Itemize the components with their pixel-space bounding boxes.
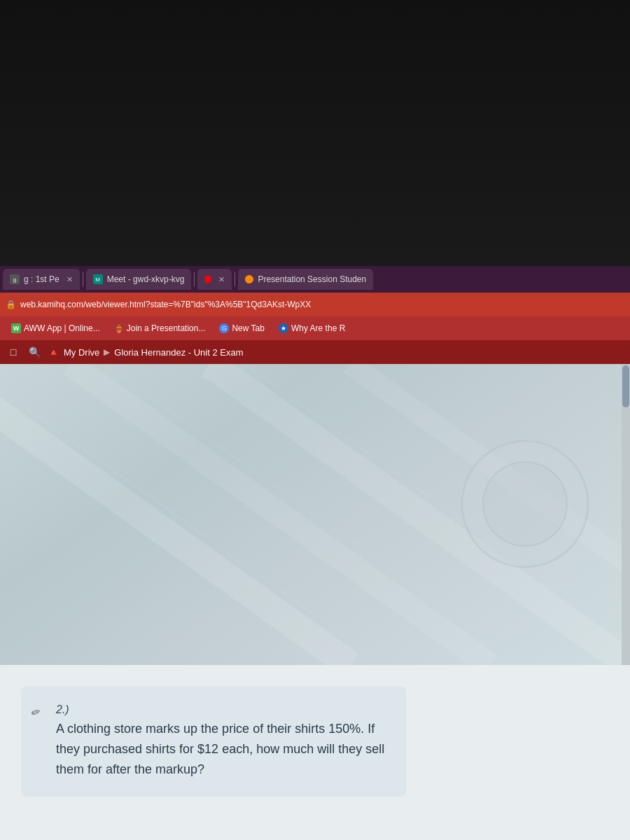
bookmark-aww[interactable]: W AWW App | Online... [6, 321, 106, 335]
address-bar: 🔒 web.kamihq.com/web/viewer.html?state=%… [0, 293, 630, 316]
main-scrollbar[interactable] [622, 364, 630, 665]
tab-separator-2 [194, 272, 195, 286]
question-card: ✏ 2.) A clothing store marks up the pric… [21, 686, 406, 797]
bookmark-join-label: Join a Presentation... [127, 323, 206, 333]
breadcrumb-arrow: ▶ [104, 347, 110, 357]
bookmark-why-label: Why Are the R [291, 323, 345, 333]
page-title: Gloria Hernandez - Unit 2 Exam [114, 347, 243, 358]
bookmark-newtab-icon: G [219, 323, 229, 333]
tab-presentation-icon [245, 275, 253, 284]
top-dark-area [0, 0, 630, 266]
tab-meet-icon: M [93, 274, 103, 284]
my-drive-label[interactable]: My Drive [64, 347, 99, 358]
tab-reddot-icon [204, 276, 211, 283]
square-icon[interactable]: □ [6, 344, 21, 360]
pencil-icon: ✏ [29, 704, 43, 720]
bookmark-newtab[interactable]: G New Tab [214, 321, 270, 335]
svg-point-8 [483, 462, 567, 546]
question-number: 2.) [56, 704, 385, 716]
question-text: A clothing store marks up the price of t… [56, 719, 385, 779]
breadcrumb: 🔺 My Drive ▶ Gloria Hernandez - Unit 2 E… [48, 346, 244, 358]
tab-1st-pe[interactable]: g g : 1st Pe ✕ [3, 269, 80, 290]
tab-1st-close[interactable]: ✕ [66, 275, 73, 284]
browser-chrome: g g : 1st Pe ✕ M Meet - gwd-xkvp-kvg ✕ P… [0, 266, 630, 364]
tab-separator-1 [83, 272, 83, 286]
bookmark-newtab-label: New Tab [232, 323, 264, 333]
tab-meet-label: Meet - gwd-xkvp-kvg [107, 274, 185, 284]
wood-texture [0, 364, 630, 665]
url-text[interactable]: web.kamihq.com/web/viewer.html?state=%7B… [20, 300, 624, 309]
main-content-area [0, 364, 630, 665]
bookmark-aww-icon: W [11, 323, 21, 333]
drive-icon: 🔺 [48, 346, 59, 358]
bookmark-why[interactable]: ★ Why Are the R [273, 321, 351, 335]
bookmark-why-icon: ★ [279, 323, 288, 333]
bookmark-join-icon: 🏺 [114, 323, 124, 333]
tab-bar: g g : 1st Pe ✕ M Meet - gwd-xkvp-kvg ✕ P… [0, 266, 630, 293]
scrollbar-thumb[interactable] [622, 365, 629, 407]
tab-reddot-close[interactable]: ✕ [218, 275, 225, 284]
lock-icon: 🔒 [6, 300, 16, 309]
bookmark-aww-label: AWW App | Online... [24, 323, 100, 333]
tab-presentation[interactable]: Presentation Session Studen [238, 269, 373, 290]
svg-line-4 [0, 364, 385, 665]
nav-toolbar: □ 🔍 🔺 My Drive ▶ Gloria Hernandez - Unit… [0, 340, 630, 364]
tab-presentation-label: Presentation Session Studen [258, 274, 366, 284]
tab-meet[interactable]: M Meet - gwd-xkvp-kvg [86, 269, 192, 290]
bookmarks-bar: W AWW App | Online... 🏺 Join a Presentat… [0, 316, 630, 340]
bottom-content: ✏ 2.) A clothing store marks up the pric… [0, 665, 630, 840]
tab-reddot[interactable]: ✕ [197, 269, 232, 290]
tab-separator-3 [234, 272, 235, 286]
tab-1st-icon: g [10, 274, 20, 284]
search-icon[interactable]: 🔍 [27, 344, 42, 360]
tab-1st-label: g : 1st Pe [24, 274, 59, 284]
bookmark-join[interactable]: 🏺 Join a Presentation... [108, 321, 211, 335]
